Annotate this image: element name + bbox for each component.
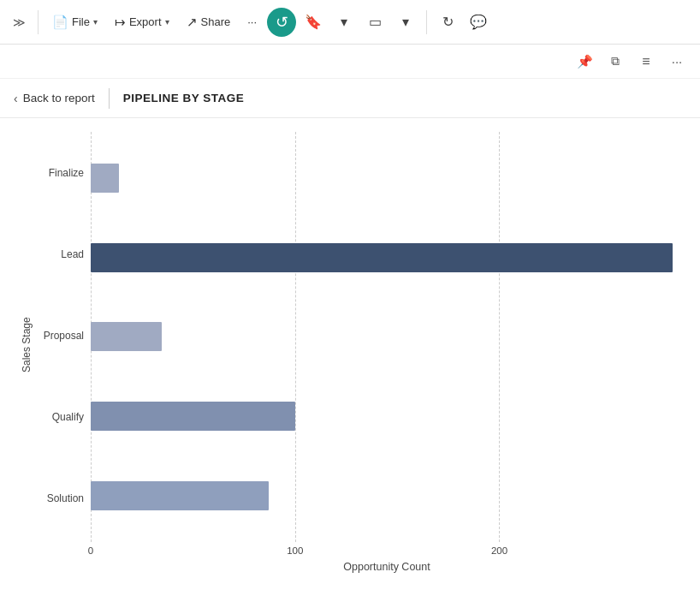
more-icon: ··· xyxy=(247,15,257,28)
bar-proposal xyxy=(91,322,162,351)
chevron-down-2-icon: ▾ xyxy=(402,14,409,30)
toolbar-divider-2 xyxy=(426,10,427,34)
bar-lead xyxy=(91,243,673,272)
bookmark-chevron-button[interactable]: ▾ xyxy=(330,9,358,36)
reload-icon: ↻ xyxy=(442,14,454,30)
comment-icon: 💬 xyxy=(470,14,487,30)
expand-panel-button[interactable]: ≫ xyxy=(7,10,31,34)
share-icon: ↗ xyxy=(187,15,198,30)
more-button[interactable]: ··· xyxy=(664,49,690,74)
expand-icon: ≫ xyxy=(13,15,26,29)
bar-row-finalize xyxy=(91,158,683,199)
toolbar-left-group: ≫ 📄 File ▾ ↦ Export ▾ ↗ Share ··· ↺ 🔖 ▾ xyxy=(7,8,492,37)
bookmark-button[interactable]: 🔖 xyxy=(300,9,327,36)
bar-row-lead xyxy=(91,237,683,278)
more-ellipsis-icon: ··· xyxy=(672,54,683,69)
copy-button[interactable]: ⧉ xyxy=(602,49,628,74)
bar-solution xyxy=(91,481,269,510)
x-tick-200: 200 xyxy=(491,545,507,556)
file-button[interactable]: 📄 File ▾ xyxy=(45,10,104,34)
breadcrumb-separator xyxy=(109,88,110,109)
layout-button[interactable]: ▭ xyxy=(361,9,389,36)
x-axis-label: Opportunity Count xyxy=(91,561,683,573)
back-chevron-icon: ‹ xyxy=(14,92,18,105)
more-options-button[interactable]: ··· xyxy=(240,11,264,33)
export-label: Export xyxy=(129,15,162,28)
toolbar-divider-1 xyxy=(38,10,39,34)
y-label-finalize: Finalize xyxy=(39,168,91,178)
pin-button[interactable]: 📌 xyxy=(572,49,597,74)
file-icon: 📄 xyxy=(52,15,68,30)
breadcrumb-bar: ‹ Back to report PIPELINE BY STAGE xyxy=(0,79,700,118)
second-toolbar: 📌 ⧉ ≡ ··· xyxy=(0,45,700,79)
bar-row-solution xyxy=(91,475,683,516)
export-button[interactable]: ↦ Export ▾ xyxy=(108,10,176,34)
y-labels: Finalize Lead Proposal Qualify Solution xyxy=(39,132,91,557)
grid-and-bars xyxy=(91,132,683,542)
y-label-lead: Lead xyxy=(39,249,91,259)
comment-button[interactable]: 💬 xyxy=(465,9,492,36)
filter-icon: ≡ xyxy=(642,54,650,69)
y-label-qualify: Qualify xyxy=(39,412,91,422)
layout-icon: ▭ xyxy=(369,14,382,30)
file-label: File xyxy=(72,15,90,28)
x-tick-100: 100 xyxy=(287,545,303,556)
y-label-proposal: Proposal xyxy=(39,331,91,341)
file-chevron: ▾ xyxy=(93,17,98,27)
reload-button[interactable]: ↻ xyxy=(434,9,461,36)
main-toolbar: ≫ 📄 File ▾ ↦ Export ▾ ↗ Share ··· ↺ 🔖 ▾ xyxy=(0,0,700,45)
x-axis-ticks: 0 100 200 xyxy=(91,542,683,557)
bookmark-icon: 🔖 xyxy=(305,14,322,30)
y-label-solution: Solution xyxy=(39,493,91,504)
share-label: Share xyxy=(201,15,231,28)
back-to-report-label: Back to report xyxy=(23,92,95,104)
export-chevron: ▾ xyxy=(165,17,169,27)
bar-row-proposal xyxy=(91,316,683,357)
copy-icon: ⧉ xyxy=(611,54,620,69)
refresh-icon: ↺ xyxy=(276,13,288,32)
x-tick-0: 0 xyxy=(88,545,93,556)
share-button[interactable]: ↗ Share xyxy=(180,10,238,34)
y-axis-label: Sales Stage xyxy=(17,132,36,557)
bars-and-grid: 0 100 200 xyxy=(91,132,683,557)
page-title: PIPELINE BY STAGE xyxy=(123,92,245,104)
bar-qualify xyxy=(91,402,295,431)
bar-row-qualify xyxy=(91,396,683,437)
chart-container: Sales Stage Finalize Lead Proposal Quali… xyxy=(0,118,700,590)
bars-container xyxy=(91,132,683,542)
chevron-down-icon: ▾ xyxy=(341,14,347,30)
pin-icon: 📌 xyxy=(577,54,593,69)
chart-area: Sales Stage Finalize Lead Proposal Quali… xyxy=(17,132,683,557)
refresh-button[interactable]: ↺ xyxy=(267,8,296,37)
bar-finalize xyxy=(91,164,119,193)
layout-chevron-button[interactable]: ▾ xyxy=(392,9,419,36)
back-to-report-link[interactable]: ‹ Back to report xyxy=(14,92,95,105)
filter-button[interactable]: ≡ xyxy=(633,49,659,74)
export-icon: ↦ xyxy=(115,15,126,30)
